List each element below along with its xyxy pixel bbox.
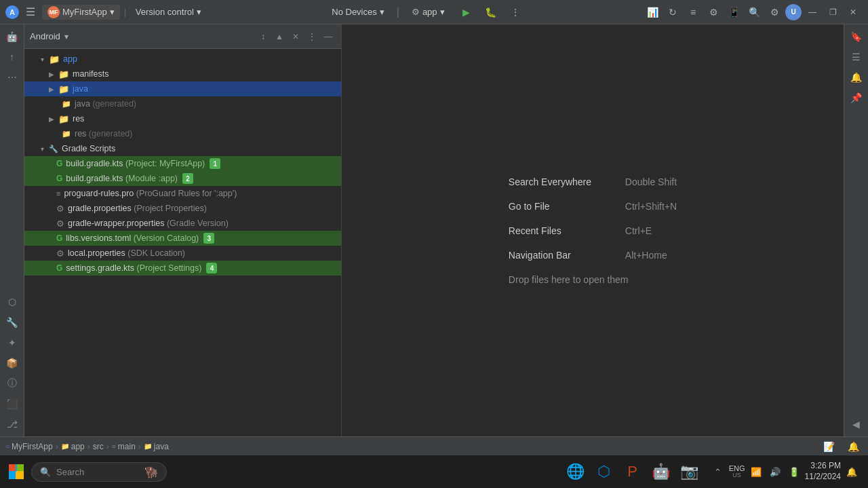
tree-item-build-gradle-project[interactable]: G build.gradle.kts (Project: MyFirstApp)… (24, 156, 341, 171)
vcs-label: Version control (136, 7, 194, 17)
tree-item-res-gen[interactable]: 📁 res (generated) (24, 126, 341, 141)
label-java: java (73, 84, 88, 94)
collapse-all-button[interactable]: ▲ (272, 29, 287, 44)
run-config-dropdown-icon: ▾ (440, 7, 445, 17)
tree-item-local-properties[interactable]: ⚙ local.properties (SDK Location) (24, 246, 341, 261)
terminal-icon[interactable]: ⬛ (3, 394, 22, 413)
tree-item-java-gen[interactable]: 📁 java (generated) (24, 96, 341, 111)
device-manager-button[interactable]: 📱 (724, 3, 743, 22)
hamburger-menu[interactable]: ☰ (23, 4, 38, 20)
breadcrumb-app-label: app (71, 442, 85, 451)
layers-icon[interactable]: ⬡ (3, 293, 22, 312)
taskbar-app-edge[interactable]: 🌐 (562, 458, 589, 485)
hint-search: Search Everywhere Double Shift (509, 176, 677, 187)
breadcrumb-java[interactable]: 📁 java (144, 442, 169, 451)
label-app: app (63, 54, 77, 64)
more-run-button[interactable]: ⋮ (506, 3, 525, 22)
expand-right-icon[interactable]: ◀ (847, 415, 866, 434)
sdk-button[interactable]: ⚙ (704, 3, 723, 22)
taskbar-app-vscode[interactable]: ⬡ (591, 458, 618, 485)
vcs-menu[interactable]: Version control ▾ (130, 5, 207, 18)
edge-icon: 🌐 (566, 463, 585, 481)
info-icon[interactable]: ⓘ (3, 374, 22, 393)
folder-icon-manifests: 📁 (58, 69, 69, 79)
git-icon[interactable]: ↑ (3, 48, 22, 67)
tree-item-libs-versions[interactable]: G libs.versions.toml (Version Catalog) 3 (24, 231, 341, 246)
structure-icon[interactable]: ☰ (847, 48, 866, 67)
chevron-up-icon[interactable]: ⌃ (710, 464, 726, 480)
volume-icon[interactable]: 🔊 (767, 464, 783, 480)
tree-item-gradle-properties[interactable]: ⚙ gradle.properties (Project Properties) (24, 201, 341, 216)
arrow-res: ▶ (47, 115, 56, 123)
taskbar-app-powerpoint[interactable]: P (619, 458, 646, 485)
editor-hints: Search Everywhere Double Shift Go to Fil… (481, 149, 704, 312)
breadcrumb-project[interactable]: ○ MyFirstApp (5, 442, 53, 451)
badge-libs-versions: 3 (203, 233, 214, 244)
wifi-icon[interactable]: 📶 (748, 464, 764, 480)
separator: | (124, 7, 126, 17)
status-editor-icon[interactable]: 📝 (819, 437, 838, 456)
debug-button[interactable]: 🐛 (481, 3, 500, 22)
status-notification-icon[interactable]: 🔔 (844, 437, 863, 456)
hint-drop-text: Drop files here to open them (509, 274, 629, 285)
taskbar-app-other[interactable]: 📷 (676, 458, 703, 485)
folder-icon-res: 📁 (58, 114, 69, 124)
panel-more-button[interactable]: ⋮ (304, 29, 319, 44)
bookmarks-icon[interactable]: 🔖 (847, 27, 866, 46)
run-config-selector[interactable]: ⚙ app ▾ (405, 5, 452, 19)
label-gradle-wrapper: gradle-wrapper.properties (Gradle Versio… (68, 219, 229, 228)
breadcrumb-src[interactable]: src (93, 442, 104, 451)
start-button[interactable] (3, 458, 30, 485)
gradle-button[interactable]: ≡ (684, 3, 703, 22)
tree-item-build-gradle-module[interactable]: G build.gradle.kts (Module :app) 2 (24, 171, 341, 186)
pin-icon[interactable]: 📌 (847, 88, 866, 107)
close-button[interactable]: ✕ (844, 3, 863, 22)
settings-button[interactable]: ⚙ (765, 3, 784, 22)
label-local-properties: local.properties (SDK Location) (68, 248, 185, 258)
run-button[interactable]: ▶ (457, 3, 476, 22)
tree-item-gradle-wrapper[interactable]: ⚙ gradle-wrapper.properties (Gradle Vers… (24, 216, 341, 231)
tree-item-proguard[interactable]: ≡ proguard-rules.pro (ProGuard Rules for… (24, 186, 341, 201)
label-build-gradle-module: build.gradle.kts (Module :app) (66, 174, 178, 183)
folder-icon-app: 📁 (49, 54, 60, 64)
sync-files-button[interactable]: ↕ (256, 29, 271, 44)
restore-button[interactable]: ❐ (823, 3, 842, 22)
taskbar-search[interactable]: 🔍 Search 🦬 (31, 462, 167, 482)
sync-button[interactable]: ↻ (663, 3, 682, 22)
branch-icon[interactable]: ⎇ (3, 415, 22, 434)
tools-icon[interactable]: 🔧 (3, 313, 22, 332)
gear-icon-local-props: ⚙ (56, 248, 64, 259)
notifications-icon[interactable]: 🔔 (847, 68, 866, 87)
panel-dropdown[interactable]: ▾ (64, 32, 68, 41)
battery-icon[interactable]: 🔋 (786, 464, 802, 480)
project-panel: Android ▾ ↕ ▲ ✕ ⋮ — ▾ 📁 app (24, 24, 342, 436)
user-avatar[interactable]: U (785, 4, 802, 20)
package-icon[interactable]: 📦 (3, 354, 22, 373)
gradle-icon-build-module: G (56, 174, 62, 183)
notification-bell-icon[interactable]: 🔔 (844, 464, 860, 480)
star-icon[interactable]: ✦ (3, 333, 22, 352)
tree-item-gradle-scripts[interactable]: ▾ 🔧 Gradle Scripts (24, 141, 341, 156)
titlebar: A ☰ MF MyFirstApp ▾ | Version control ▾ … (0, 0, 868, 24)
breadcrumb-main[interactable]: ○ main (112, 442, 136, 451)
minimize-button[interactable]: — (803, 3, 822, 22)
tree-item-app[interactable]: ▾ 📁 app (24, 52, 341, 67)
tree-item-settings-gradle[interactable]: G settings.gradle.kts (Project Settings)… (24, 261, 341, 276)
project-selector[interactable]: MF MyFirstApp ▾ (42, 5, 120, 20)
panel-minimize-button[interactable]: — (321, 29, 336, 44)
taskbar-app-android[interactable]: 🤖 (648, 458, 675, 485)
tree-item-java[interactable]: ▶ 📁 java (24, 81, 341, 96)
breadcrumb-app[interactable]: 📁 app (61, 442, 85, 451)
panel-close-button[interactable]: ✕ (288, 29, 303, 44)
more-tools-icon[interactable]: ⋯ (3, 68, 22, 87)
hint-recent-action: Recent Files (509, 225, 617, 236)
language-selector[interactable]: ENG US (729, 464, 745, 480)
device-selector[interactable]: No Devices ▾ (325, 5, 391, 19)
tree-item-res[interactable]: ▶ 📁 res (24, 111, 341, 126)
clock[interactable]: 3:26 PM 11/2/2024 (805, 461, 841, 482)
android-icon[interactable]: 🤖 (3, 27, 22, 46)
label-gradle-properties: gradle.properties (Project Properties) (68, 204, 207, 213)
tree-item-manifests[interactable]: ▶ 📁 manifests (24, 67, 341, 81)
search-button[interactable]: 🔍 (745, 3, 764, 22)
profiler-button[interactable]: 📊 (643, 3, 662, 22)
